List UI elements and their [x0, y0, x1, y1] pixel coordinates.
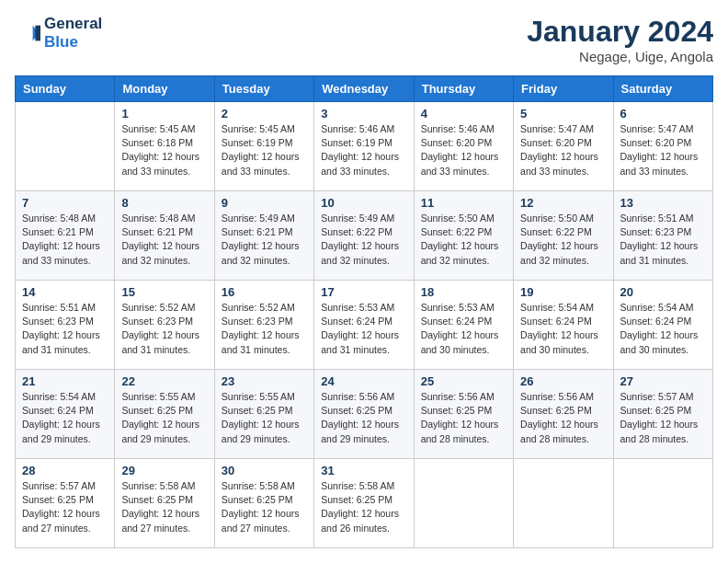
calendar-cell: 15Sunrise: 5:52 AM Sunset: 6:23 PM Dayli…	[115, 281, 214, 370]
day-number: 23	[222, 374, 307, 388]
day-info: Sunrise: 5:47 AM Sunset: 6:20 PM Dayligh…	[520, 122, 606, 178]
day-info: Sunrise: 5:51 AM Sunset: 6:23 PM Dayligh…	[620, 212, 706, 268]
day-number: 10	[321, 196, 406, 210]
calendar-cell: 18Sunrise: 5:53 AM Sunset: 6:24 PM Dayli…	[414, 281, 513, 370]
day-number: 19	[520, 285, 606, 299]
calendar-cell: 25Sunrise: 5:56 AM Sunset: 6:25 PM Dayli…	[414, 370, 513, 459]
calendar-cell	[414, 459, 513, 548]
calendar-cell: 6Sunrise: 5:47 AM Sunset: 6:20 PM Daylig…	[613, 102, 712, 191]
calendar-weekday-saturday: Saturday	[613, 76, 712, 102]
calendar-cell: 8Sunrise: 5:48 AM Sunset: 6:21 PM Daylig…	[115, 191, 214, 281]
day-info: Sunrise: 5:50 AM Sunset: 6:22 PM Dayligh…	[421, 212, 506, 268]
day-number: 9	[222, 196, 307, 210]
day-number: 6	[620, 107, 706, 121]
calendar-cell	[16, 102, 115, 191]
calendar-cell: 7Sunrise: 5:48 AM Sunset: 6:21 PM Daylig…	[16, 191, 115, 281]
calendar-cell: 27Sunrise: 5:57 AM Sunset: 6:25 PM Dayli…	[613, 370, 712, 459]
day-number: 5	[520, 107, 606, 121]
day-number: 4	[421, 107, 506, 121]
day-info: Sunrise: 5:48 AM Sunset: 6:21 PM Dayligh…	[121, 212, 207, 268]
calendar-cell: 17Sunrise: 5:53 AM Sunset: 6:24 PM Dayli…	[314, 281, 414, 370]
day-number: 17	[321, 285, 406, 299]
calendar-week-row: 14Sunrise: 5:51 AM Sunset: 6:23 PM Dayli…	[16, 281, 713, 370]
logo-text: General Blue	[44, 15, 102, 51]
calendar-cell: 22Sunrise: 5:55 AM Sunset: 6:25 PM Dayli…	[115, 370, 214, 459]
day-number: 14	[22, 285, 108, 299]
day-info: Sunrise: 5:48 AM Sunset: 6:21 PM Dayligh…	[22, 212, 108, 268]
day-info: Sunrise: 5:54 AM Sunset: 6:24 PM Dayligh…	[22, 390, 108, 446]
day-info: Sunrise: 5:57 AM Sunset: 6:25 PM Dayligh…	[620, 390, 706, 446]
day-info: Sunrise: 5:50 AM Sunset: 6:22 PM Dayligh…	[520, 212, 606, 268]
calendar-cell: 1Sunrise: 5:45 AM Sunset: 6:18 PM Daylig…	[115, 102, 214, 191]
day-number: 12	[520, 196, 606, 210]
calendar-weekday-wednesday: Wednesday	[314, 76, 414, 102]
day-info: Sunrise: 5:46 AM Sunset: 6:19 PM Dayligh…	[321, 122, 406, 178]
day-number: 11	[421, 196, 506, 210]
day-number: 7	[22, 196, 108, 210]
day-number: 3	[321, 107, 406, 121]
calendar-cell: 16Sunrise: 5:52 AM Sunset: 6:23 PM Dayli…	[214, 281, 313, 370]
calendar-cell: 29Sunrise: 5:58 AM Sunset: 6:25 PM Dayli…	[115, 459, 214, 548]
calendar-cell: 4Sunrise: 5:46 AM Sunset: 6:20 PM Daylig…	[414, 102, 513, 191]
calendar-weekday-friday: Friday	[514, 76, 613, 102]
calendar-cell: 10Sunrise: 5:49 AM Sunset: 6:22 PM Dayli…	[314, 191, 414, 281]
calendar-header-row: SundayMondayTuesdayWednesdayThursdayFrid…	[16, 76, 713, 102]
day-number: 1	[121, 107, 207, 121]
header: General Blue January 2024 Negage, Uige, …	[15, 15, 713, 64]
calendar-cell: 30Sunrise: 5:58 AM Sunset: 6:25 PM Dayli…	[214, 459, 313, 548]
day-info: Sunrise: 5:45 AM Sunset: 6:19 PM Dayligh…	[222, 122, 307, 178]
day-number: 30	[222, 464, 307, 477]
day-number: 31	[321, 464, 406, 477]
day-info: Sunrise: 5:54 AM Sunset: 6:24 PM Dayligh…	[620, 301, 706, 357]
calendar-weekday-sunday: Sunday	[16, 76, 115, 102]
day-number: 2	[222, 107, 307, 121]
day-number: 25	[421, 374, 506, 388]
calendar-weekday-monday: Monday	[115, 76, 214, 102]
day-info: Sunrise: 5:54 AM Sunset: 6:24 PM Dayligh…	[520, 301, 606, 357]
day-info: Sunrise: 5:53 AM Sunset: 6:24 PM Dayligh…	[421, 301, 506, 357]
day-number: 13	[620, 196, 706, 210]
day-info: Sunrise: 5:49 AM Sunset: 6:21 PM Dayligh…	[222, 212, 307, 268]
calendar-cell: 21Sunrise: 5:54 AM Sunset: 6:24 PM Dayli…	[16, 370, 115, 459]
day-info: Sunrise: 5:47 AM Sunset: 6:20 PM Dayligh…	[620, 122, 706, 178]
calendar-week-row: 21Sunrise: 5:54 AM Sunset: 6:24 PM Dayli…	[16, 370, 713, 459]
calendar-table: SundayMondayTuesdayWednesdayThursdayFrid…	[15, 75, 713, 548]
day-info: Sunrise: 5:55 AM Sunset: 6:25 PM Dayligh…	[222, 390, 307, 446]
logo-icon	[15, 20, 40, 46]
day-number: 24	[321, 374, 406, 388]
calendar-weekday-thursday: Thursday	[414, 76, 513, 102]
page: General Blue January 2024 Negage, Uige, …	[0, 0, 728, 563]
day-number: 22	[121, 374, 207, 388]
calendar-week-row: 1Sunrise: 5:45 AM Sunset: 6:18 PM Daylig…	[16, 102, 713, 191]
calendar-cell: 31Sunrise: 5:58 AM Sunset: 6:25 PM Dayli…	[314, 459, 414, 548]
day-info: Sunrise: 5:51 AM Sunset: 6:23 PM Dayligh…	[22, 301, 108, 357]
day-number: 27	[620, 374, 706, 388]
calendar-cell: 20Sunrise: 5:54 AM Sunset: 6:24 PM Dayli…	[613, 281, 712, 370]
calendar-cell: 23Sunrise: 5:55 AM Sunset: 6:25 PM Dayli…	[214, 370, 313, 459]
calendar-cell: 3Sunrise: 5:46 AM Sunset: 6:19 PM Daylig…	[314, 102, 414, 191]
day-info: Sunrise: 5:46 AM Sunset: 6:20 PM Dayligh…	[421, 122, 506, 178]
calendar-cell: 28Sunrise: 5:57 AM Sunset: 6:25 PM Dayli…	[16, 459, 115, 548]
page-title: January 2024	[527, 15, 713, 49]
day-number: 21	[22, 374, 108, 388]
day-info: Sunrise: 5:58 AM Sunset: 6:25 PM Dayligh…	[121, 479, 207, 535]
calendar-cell: 9Sunrise: 5:49 AM Sunset: 6:21 PM Daylig…	[214, 191, 313, 281]
calendar-cell: 14Sunrise: 5:51 AM Sunset: 6:23 PM Dayli…	[16, 281, 115, 370]
day-number: 18	[421, 285, 506, 299]
calendar-cell: 19Sunrise: 5:54 AM Sunset: 6:24 PM Dayli…	[514, 281, 613, 370]
day-number: 28	[22, 464, 108, 477]
day-info: Sunrise: 5:49 AM Sunset: 6:22 PM Dayligh…	[321, 212, 406, 268]
calendar-cell: 24Sunrise: 5:56 AM Sunset: 6:25 PM Dayli…	[314, 370, 414, 459]
day-number: 16	[222, 285, 307, 299]
calendar-cell	[613, 459, 712, 548]
calendar-cell: 26Sunrise: 5:56 AM Sunset: 6:25 PM Dayli…	[514, 370, 613, 459]
day-number: 8	[121, 196, 207, 210]
day-number: 29	[121, 464, 207, 477]
svg-marker-1	[35, 25, 40, 40]
logo: General Blue	[15, 15, 102, 51]
calendar-weekday-tuesday: Tuesday	[214, 76, 313, 102]
calendar-week-row: 28Sunrise: 5:57 AM Sunset: 6:25 PM Dayli…	[16, 459, 713, 548]
calendar-cell: 13Sunrise: 5:51 AM Sunset: 6:23 PM Dayli…	[613, 191, 712, 281]
calendar-cell: 2Sunrise: 5:45 AM Sunset: 6:19 PM Daylig…	[214, 102, 313, 191]
calendar-week-row: 7Sunrise: 5:48 AM Sunset: 6:21 PM Daylig…	[16, 191, 713, 281]
